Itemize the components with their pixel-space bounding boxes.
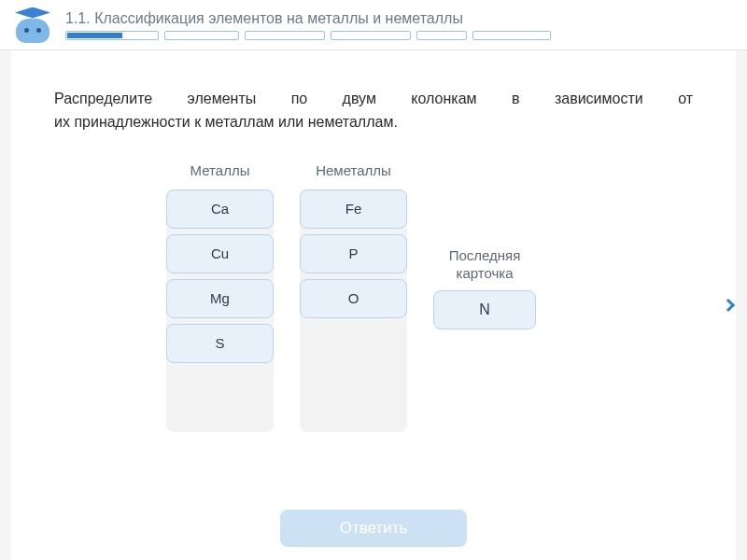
next-button[interactable]	[719, 291, 738, 319]
nonmetals-dropzone[interactable]: FePO	[300, 189, 407, 432]
chevron-right-icon	[722, 299, 735, 312]
draggable-card[interactable]: P	[300, 234, 407, 273]
progress-segment[interactable]	[331, 31, 411, 40]
draggable-card[interactable]: O	[300, 279, 407, 318]
progress-segment[interactable]	[65, 31, 159, 40]
topic-title: 1.1. Классификация элементов на металлы …	[65, 10, 734, 27]
metals-dropzone[interactable]: CaCuMgS	[166, 189, 274, 432]
nonmetals-header: Неметаллы	[300, 162, 407, 178]
last-card-area: Последняя карточка N	[433, 246, 536, 329]
app-logo[interactable]	[13, 7, 52, 43]
draggable-card[interactable]: S	[166, 324, 274, 363]
progress-row	[65, 31, 734, 40]
progress-segment[interactable]	[472, 31, 551, 40]
sorting-activity: Металлы CaCuMgS Неметаллы FePO Последняя…	[54, 162, 693, 432]
main-content: Распределите элементы по двум колонкам в…	[11, 50, 736, 560]
progress-segment[interactable]	[245, 31, 325, 40]
draggable-card[interactable]: Cu	[166, 234, 274, 273]
draggable-card[interactable]: Mg	[166, 279, 274, 318]
topic-bar: 1.1. Классификация элементов на металлы …	[65, 10, 734, 40]
draggable-card-last[interactable]: N	[433, 290, 536, 329]
last-card-label: Последняя карточка	[433, 246, 536, 283]
draggable-card[interactable]: Fe	[300, 189, 407, 229]
instruction-text: Распределите элементы по двум колонкам в…	[54, 88, 693, 134]
app-header: 1.1. Классификация элементов на металлы …	[0, 0, 747, 50]
metals-header: Металлы	[166, 162, 274, 178]
progress-segment[interactable]	[416, 31, 467, 40]
metals-column: Металлы CaCuMgS	[166, 162, 274, 432]
answer-button[interactable]: Ответить	[280, 510, 467, 547]
draggable-card[interactable]: Ca	[166, 189, 274, 229]
nonmetals-column: Неметаллы FePO	[300, 162, 407, 432]
progress-segment[interactable]	[164, 31, 239, 40]
